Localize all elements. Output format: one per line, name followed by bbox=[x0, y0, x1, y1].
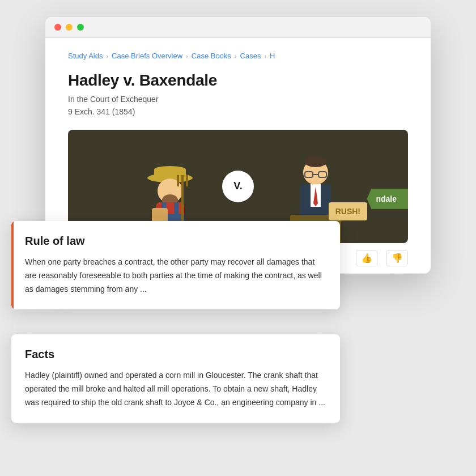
green-banner: ndale bbox=[367, 189, 408, 209]
maximize-button[interactable] bbox=[77, 24, 84, 31]
rule-of-law-text: When one party breaches a contract, the … bbox=[25, 256, 326, 296]
thumbs-down-button[interactable]: 👎 bbox=[386, 250, 408, 266]
browser-content: Study Aids › Case Briefs Overview › Case… bbox=[45, 38, 431, 243]
facts-card: Facts Hadley (plaintiff) owned and opera… bbox=[11, 334, 340, 423]
svg-rect-2 bbox=[154, 169, 186, 178]
rule-of-law-heading: Rule of law bbox=[25, 235, 326, 248]
facts-text: Hadley (plaintiff) owned and operated a … bbox=[25, 369, 326, 409]
breadcrumb-sep-4: › bbox=[264, 53, 266, 60]
browser-titlebar bbox=[45, 17, 431, 38]
svg-rect-11 bbox=[177, 175, 179, 186]
rule-of-law-card: Rule of law When one party breaches a co… bbox=[11, 221, 340, 309]
breadcrumb-study-aids[interactable]: Study Aids bbox=[68, 52, 103, 60]
case-citation: 9 Exch. 341 (1854) bbox=[68, 105, 408, 118]
breadcrumb-sep-3: › bbox=[235, 53, 237, 60]
breadcrumb-cases[interactable]: Cases bbox=[240, 52, 261, 60]
svg-rect-7 bbox=[174, 202, 178, 214]
minimize-button[interactable] bbox=[66, 24, 73, 31]
facts-heading: Facts bbox=[25, 348, 326, 361]
breadcrumb-case-briefs[interactable]: Case Briefs Overview bbox=[112, 52, 182, 60]
case-court: In the Court of Exchequer bbox=[68, 93, 408, 105]
breadcrumb-sep-2: › bbox=[186, 53, 188, 60]
close-button[interactable] bbox=[54, 24, 61, 31]
thumbs-up-button[interactable]: 👍 bbox=[356, 250, 377, 266]
breadcrumb: Study Aids › Case Briefs Overview › Case… bbox=[68, 52, 408, 60]
rule-of-law-body: Rule of law When one party breaches a co… bbox=[14, 221, 340, 309]
breadcrumb-sep-1: › bbox=[106, 53, 108, 60]
vs-label: V. bbox=[222, 171, 254, 202]
rush-box: RUSH! bbox=[329, 202, 367, 220]
breadcrumb-case-books[interactable]: Case Books bbox=[192, 52, 231, 60]
svg-rect-12 bbox=[186, 175, 188, 186]
case-title: Hadley v. Baxendale bbox=[68, 71, 408, 90]
svg-point-16 bbox=[304, 156, 327, 167]
breadcrumb-h[interactable]: H bbox=[270, 52, 275, 60]
